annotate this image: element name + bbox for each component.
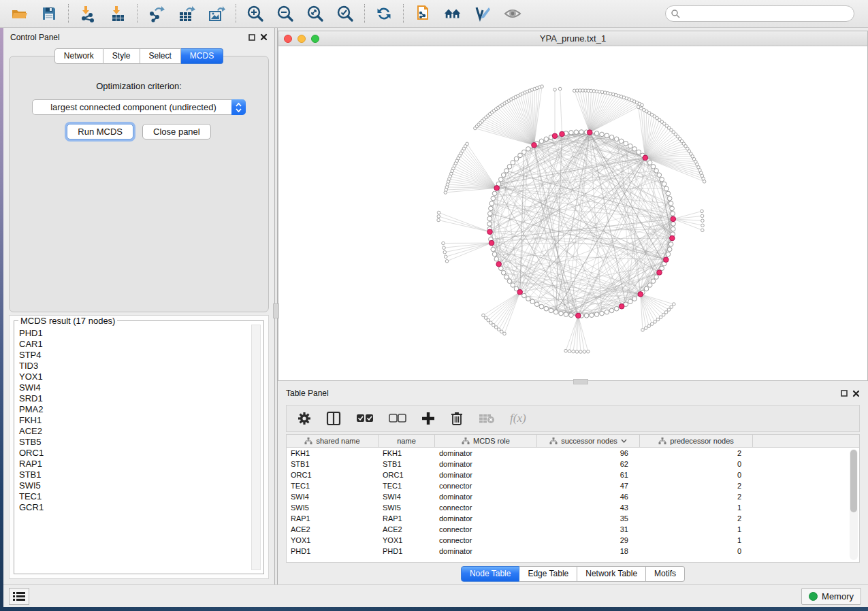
graph-leaf-node[interactable] [489,321,493,325]
graph-node[interactable] [544,306,549,311]
graph-node[interactable] [489,206,494,211]
column-header-shared-name[interactable]: shared name [287,435,379,447]
graph-mcds-node[interactable] [489,240,494,246]
graph-node[interactable] [514,156,519,161]
graph-mcds-node[interactable] [664,257,669,263]
table-row[interactable]: RAP1RAP1dominator352 [287,513,859,524]
column-header-successor-nodes[interactable]: successor nodes [537,435,640,447]
mcds-result-item[interactable]: YOX1 [19,371,262,382]
save-session-button[interactable] [39,4,59,23]
float-window-icon[interactable] [248,34,255,41]
graph-leaf-node[interactable] [487,318,490,322]
graph-node[interactable] [619,139,624,144]
graph-mcds-node[interactable] [619,304,624,310]
graph-node[interactable] [584,314,589,318]
graph-mcds-node[interactable] [532,143,537,148]
mcds-result-item[interactable]: STB1 [19,469,262,480]
graph-leaf-node[interactable] [437,218,440,222]
graph-leaf-node[interactable] [701,214,704,218]
zoom-in-button[interactable] [246,4,265,23]
graph-node[interactable] [637,150,641,154]
float-window-icon[interactable] [841,390,848,397]
search-input[interactable] [665,5,854,22]
task-history-button[interactable] [9,588,29,605]
graph-node[interactable] [644,286,649,291]
graph-leaf-node[interactable] [701,229,705,232]
graph-node[interactable] [487,216,492,221]
tab-mcds[interactable]: MCDS [181,48,223,64]
graph-mcds-node[interactable] [494,186,500,191]
vertical-splitter[interactable] [274,28,278,584]
export-table-button[interactable] [177,4,196,23]
criterion-select[interactable]: largest connected component (undirected) [32,99,246,115]
graph-node[interactable] [605,310,609,314]
graph-node[interactable] [671,222,676,227]
table-scrollbar[interactable] [850,449,858,560]
graph-node[interactable] [526,147,531,152]
graph-node[interactable] [507,279,512,284]
import-table-button[interactable] [108,4,127,23]
graph-node[interactable] [539,139,544,144]
export-network-button[interactable] [147,4,166,23]
graph-node[interactable] [651,165,656,169]
mcds-result-item[interactable]: CAR1 [19,339,262,350]
graph-mcds-node[interactable] [552,133,558,139]
graph-node[interactable] [492,191,497,196]
table-row[interactable]: SWI4SWI4dominator462 [287,491,859,502]
graph-leaf-node[interactable] [497,328,500,331]
graph-node[interactable] [569,313,574,318]
graph-node[interactable] [526,297,531,301]
graph-leaf-node[interactable] [579,350,583,354]
graph-node[interactable] [539,304,544,309]
graph-node[interactable] [614,137,619,142]
graph-node[interactable] [662,182,666,186]
close-panel-icon[interactable] [260,33,268,41]
graph-node[interactable] [600,311,605,316]
mcds-result-item[interactable]: ORC1 [19,448,262,459]
graph-leaf-node[interactable] [466,142,469,146]
graph-leaf-node[interactable] [701,224,705,227]
mcds-result-item[interactable]: RAP1 [19,459,262,469]
graph-node[interactable] [487,222,492,227]
graph-leaf-node[interactable] [701,210,704,213]
column-header-name[interactable]: name [379,435,435,447]
show-graphics-details-button[interactable] [503,4,522,23]
graph-node[interactable] [511,283,515,288]
column-header-mcds-role[interactable]: MCDS role [435,435,537,447]
result-scrollbar[interactable] [251,325,261,570]
graph-leaf-node[interactable] [701,219,705,222]
graph-leaf-node[interactable] [583,350,586,354]
graph-node[interactable] [544,137,549,142]
graph-node[interactable] [654,169,659,174]
graph-node[interactable] [553,310,558,314]
table-row[interactable]: ACE2ACE2connector311 [287,524,859,535]
mcds-result-item[interactable]: GCR1 [19,502,262,513]
graph-leaf-node[interactable] [553,88,557,92]
graph-mcds-node[interactable] [643,155,648,161]
graph-node[interactable] [670,206,675,211]
graph-node[interactable] [530,299,535,304]
graph-node[interactable] [667,247,672,252]
graph-leaf-node[interactable] [587,350,590,353]
mcds-result-item[interactable]: PHD1 [19,328,262,339]
graph-node[interactable] [499,177,504,182]
graph-node[interactable] [594,131,599,136]
graph-leaf-node[interactable] [647,325,651,328]
graph-node[interactable] [488,212,493,216]
mcds-result-item[interactable]: SWI4 [19,382,262,393]
tab-network-table[interactable]: Network Table [577,566,646,582]
table-row[interactable]: FKH1FKH1dominator962 [287,448,859,459]
graph-node[interactable] [664,186,669,191]
graph-leaf-node[interactable] [659,316,662,319]
graph-leaf-node[interactable] [703,180,706,184]
graph-leaf-node[interactable] [437,215,440,218]
graph-node[interactable] [671,212,675,216]
graph-leaf-node[interactable] [443,250,447,254]
mcds-result-item[interactable]: SRD1 [19,393,262,404]
tab-node-table[interactable]: Node Table [461,566,520,582]
graph-node[interactable] [594,312,599,317]
graph-leaf-node[interactable] [644,327,647,330]
column-header-predecessor-nodes[interactable]: predecessor nodes [640,435,753,447]
graph-node[interactable] [549,308,553,313]
graph-node[interactable] [518,153,523,158]
